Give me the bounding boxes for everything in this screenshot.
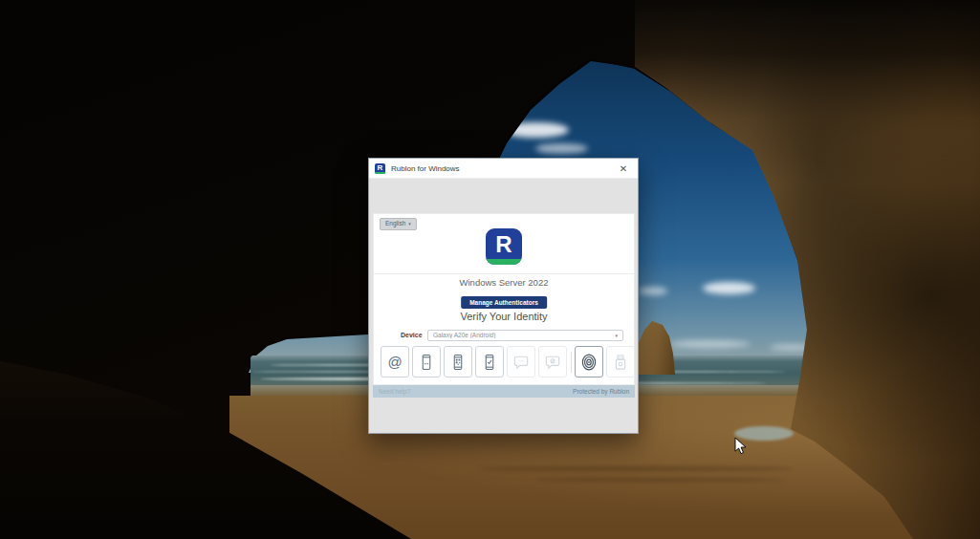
cloud	[535, 143, 588, 154]
auth-method-email-link-button[interactable]: @	[381, 346, 409, 377]
logo-green-stripe	[375, 172, 385, 174]
chevron-down-icon: ▾	[408, 222, 411, 226]
language-label: English	[385, 221, 405, 227]
window-title: Rublon for Windows	[391, 164, 609, 173]
manage-authenticators-button[interactable]: Manage Authenticators	[461, 296, 547, 309]
at-sign-icon: @	[387, 354, 402, 371]
auth-method-sms-passcode-button	[507, 346, 535, 377]
need-help-link[interactable]: Need help?	[379, 388, 410, 395]
cloud	[639, 287, 667, 295]
auth-method-mobile-push-button[interactable]	[475, 346, 504, 377]
close-icon: ✕	[620, 163, 627, 174]
dialog-content: English ▾ R Windows Server 2022 Manage A…	[369, 179, 638, 432]
phone-qr-icon	[448, 353, 468, 372]
method-group-separator	[571, 352, 572, 373]
auth-method-phone-call-button	[538, 346, 567, 377]
fingerprint-icon	[578, 352, 599, 373]
auth-method-fingerprint-webauthn-button[interactable]	[575, 346, 603, 377]
rublon-logo-icon: R	[375, 163, 385, 174]
logo-letter: R	[378, 164, 383, 172]
device-select-value: Galaxy A20e (Android)	[433, 332, 615, 338]
rublon-dialog-window: R Rublon for Windows ✕ English ▾ R Windo	[368, 158, 639, 434]
chevron-down-icon: ▾	[615, 333, 618, 338]
desktop: R Rublon for Windows ✕ English ▾ R Windo	[0, 0, 980, 539]
cloud	[703, 282, 755, 294]
title-bar[interactable]: R Rublon for Windows ✕	[369, 159, 638, 179]
device-label: Device	[401, 332, 420, 338]
phone-check-icon	[480, 353, 499, 372]
logo-green-stripe	[486, 259, 522, 265]
language-dropdown-button[interactable]: English ▾	[380, 218, 417, 230]
auth-method-security-key-button	[606, 346, 635, 377]
logo-letter: R	[495, 233, 512, 256]
usb-key-icon	[611, 353, 630, 372]
divider	[374, 273, 634, 274]
sand-ripple	[535, 478, 784, 482]
phone-dots-icon	[417, 353, 436, 372]
device-row: Device Galaxy A20e (Android) ▾	[374, 329, 634, 341]
mouse-cursor	[734, 437, 747, 455]
chat-phone-icon	[543, 353, 562, 372]
device-select[interactable]: Galaxy A20e (Android) ▾	[427, 330, 623, 341]
cloud	[669, 340, 751, 348]
auth-card: English ▾ R Windows Server 2022 Manage A…	[373, 213, 635, 385]
chat-dots-icon	[512, 353, 531, 372]
close-button[interactable]: ✕	[609, 159, 638, 178]
verify-identity-heading: Verify Your Identity	[374, 311, 634, 322]
auth-methods-row: @	[381, 346, 638, 377]
footer-bar: Need help? Protected by Rublon	[373, 385, 635, 398]
protected-by-rublon-label: Protected by Rublon	[573, 388, 629, 395]
sand-ripple	[478, 466, 794, 471]
rublon-logo: R	[486, 228, 522, 265]
auth-method-qr-code-button[interactable]	[444, 346, 472, 377]
auth-method-mobile-passcode-button[interactable]	[412, 346, 441, 377]
hostname-text: Windows Server 2022	[374, 277, 634, 288]
